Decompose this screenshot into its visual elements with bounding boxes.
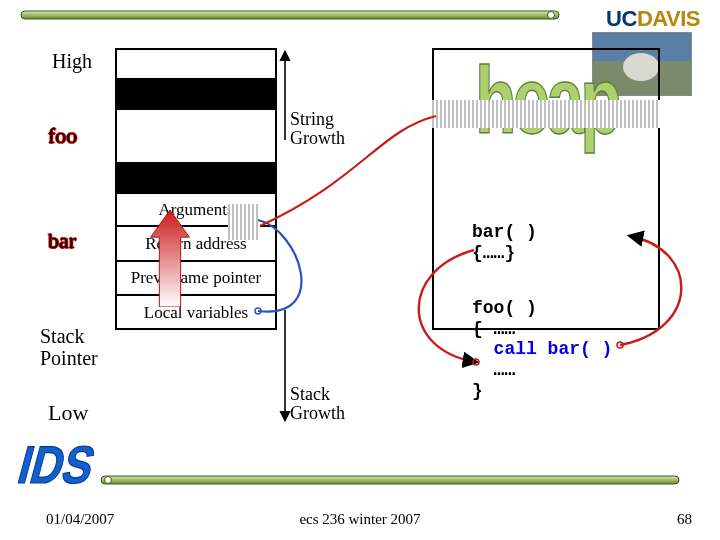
ucdavis-logo: UCDAVIS	[606, 6, 700, 32]
top-rule	[20, 10, 560, 20]
code-bar: bar( ) {……}	[472, 222, 537, 263]
string-growth-arrow-icon	[150, 210, 190, 307]
stack-cell-divider-2	[117, 164, 275, 194]
svg-point-1	[548, 12, 555, 19]
code-foo-l4: ……	[472, 360, 612, 381]
stack-cell-divider-1	[117, 80, 275, 110]
heap-wordart: heap	[475, 44, 618, 153]
svg-rect-7	[101, 476, 679, 484]
code-foo-l2: { ……	[472, 319, 612, 340]
footer-page-number: 68	[677, 511, 692, 528]
code-foo-l1: foo( )	[472, 298, 612, 319]
overflow-hatch-heap	[432, 100, 660, 128]
footer-course: ecs 236 winter 2007	[0, 511, 720, 528]
stack-cell-empty-top	[117, 50, 275, 80]
code-foo-call: call bar( )	[472, 339, 612, 360]
label-high: High	[52, 50, 92, 73]
ids-wordart: IDS	[12, 435, 101, 495]
svg-rect-0	[21, 11, 559, 19]
code-foo: foo( ) { …… call bar( ) …… }	[472, 298, 612, 401]
overflow-hatch-stack	[228, 204, 260, 240]
logo-uc: UC	[606, 6, 637, 31]
label-foo: foo	[48, 123, 77, 149]
stack-cell-local-vars: Local variables	[117, 296, 275, 330]
label-low: Low	[48, 400, 88, 426]
bottom-rule	[100, 475, 680, 485]
label-stack-growth: Stack Growth	[290, 385, 345, 423]
svg-point-6	[617, 342, 623, 348]
stack-diagram: Arguments Return address Prev. frame poi…	[115, 48, 277, 330]
logo-davis: DAVIS	[637, 6, 700, 31]
slide: UCDAVIS High foo bar Stack Pointer Low A…	[0, 0, 720, 540]
code-foo-l5: }	[472, 381, 612, 402]
stack-cell-prev-fp: Prev. frame pointer	[117, 262, 275, 296]
label-string-growth: String Growth	[290, 110, 345, 148]
stack-cell-foo-frame	[117, 110, 275, 164]
label-bar: bar	[48, 228, 76, 254]
label-stack-pointer: Stack Pointer	[40, 325, 98, 369]
svg-point-8	[105, 477, 112, 484]
